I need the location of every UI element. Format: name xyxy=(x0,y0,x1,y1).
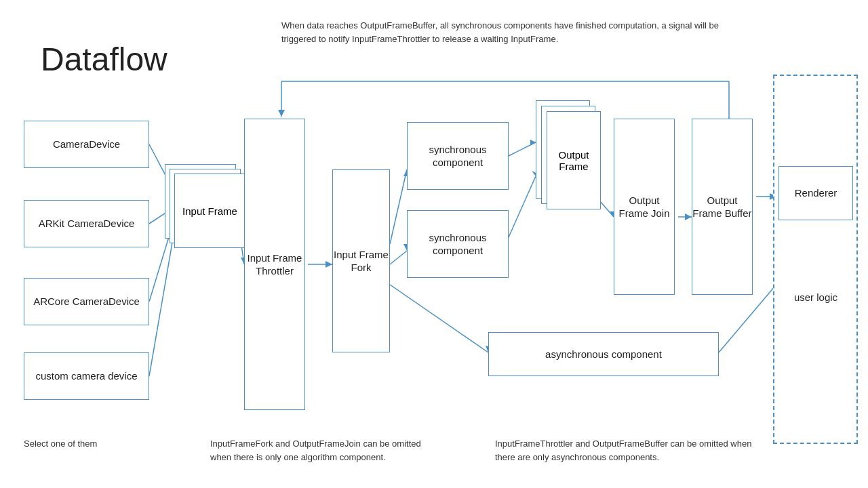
diagram-container: Dataflow When data reaches OutputFrameBu… xyxy=(0,0,868,488)
async-component-box: asynchronous component xyxy=(488,332,719,376)
svg-line-6 xyxy=(149,227,175,376)
select-annotation: Select one of them xyxy=(24,437,149,451)
svg-marker-2 xyxy=(278,110,285,117)
input-frame-fork-box: Input Frame Fork xyxy=(332,169,390,352)
sync-component-2-box: synchronous component xyxy=(407,210,509,278)
svg-marker-16 xyxy=(530,140,536,145)
svg-line-26 xyxy=(390,285,488,352)
user-logic-label: user logic xyxy=(778,291,853,303)
input-frame-box: Input Frame xyxy=(174,174,245,248)
bottom-left-annotation: InputFrameFork and OutputFrameJoin can b… xyxy=(210,437,427,464)
svg-line-15 xyxy=(509,142,536,156)
top-annotation: When data reaches OutputFrameBuffer, all… xyxy=(281,19,722,45)
arcore-box: ARCore CameraDevice xyxy=(24,278,149,325)
svg-line-17 xyxy=(509,176,536,237)
renderer-user-logic-container xyxy=(773,75,858,444)
output-frame-buffer-box: Output Frame Buffer xyxy=(692,119,753,295)
page-title: Dataflow xyxy=(41,41,167,78)
input-frame-throttler-box: Input Frame Throttler xyxy=(244,119,305,410)
svg-line-11 xyxy=(390,169,407,244)
sync-component-1-box: synchronous component xyxy=(407,122,509,190)
arkit-box: ARKit CameraDevice xyxy=(24,200,149,247)
camera-device-box: CameraDevice xyxy=(24,121,149,168)
svg-marker-22 xyxy=(685,214,692,220)
svg-marker-10 xyxy=(326,261,332,268)
output-frame-join-box: Output Frame Join xyxy=(614,119,675,295)
svg-line-13 xyxy=(390,251,407,264)
renderer-box: Renderer xyxy=(778,166,853,220)
bottom-right-annotation: InputFrameThrottler and OutputFrameBuffe… xyxy=(495,437,766,464)
output-frame-box: Output Frame xyxy=(547,111,601,209)
custom-camera-box: custom camera device xyxy=(24,352,149,400)
